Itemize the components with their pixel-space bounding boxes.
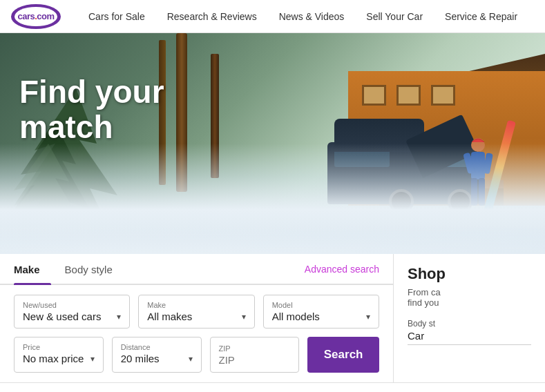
model-arrow-icon: ▾: [366, 312, 370, 322]
price-select[interactable]: Price No max price ▾: [14, 337, 104, 373]
new-used-select[interactable]: New/used New & used cars ▾: [14, 295, 130, 329]
shop-body-style-text: Car: [408, 330, 424, 342]
zip-input[interactable]: [219, 354, 291, 366]
shop-description-line1: From ca find you: [408, 287, 531, 308]
shop-body-style-value[interactable]: Car: [408, 330, 531, 345]
price-text: No max price: [23, 353, 84, 364]
logo-oval: cars.com: [11, 4, 61, 29]
logo-inner: cars.com: [15, 7, 57, 26]
snow-bump: [0, 185, 545, 254]
model-value: All models ▾: [272, 311, 370, 322]
distance-label: Distance: [121, 343, 193, 351]
model-select[interactable]: Model All models ▾: [263, 295, 379, 329]
shop-desc-line1: From ca: [408, 287, 441, 297]
tab-body-style[interactable]: Body style: [65, 254, 124, 284]
search-panel: Make Body style Advanced search New/used…: [0, 254, 545, 383]
distance-value: 20 miles ▾: [121, 353, 193, 364]
price-arrow-icon: ▾: [90, 354, 95, 364]
price-label: Price: [23, 343, 95, 351]
nav-item-sell-your-car[interactable]: Sell Your Car: [355, 0, 434, 32]
make-select[interactable]: Make All makes ▾: [138, 295, 254, 329]
hero-headline: Find your match: [19, 75, 164, 144]
logo-tld: com: [37, 11, 54, 21]
shop-title: Shop: [408, 265, 531, 283]
new-used-text: New & used cars: [23, 311, 101, 322]
form-row-1: New/used New & used cars ▾ Make All make…: [14, 295, 379, 329]
make-arrow-icon: ▾: [242, 312, 246, 322]
new-used-arrow-icon: ▾: [117, 312, 121, 322]
distance-arrow-icon: ▾: [189, 354, 193, 364]
new-used-value: New & used cars ▾: [23, 311, 121, 322]
make-text: All makes: [147, 311, 192, 322]
shop-body-style-label: Body st: [408, 319, 531, 329]
make-label: Make: [147, 301, 245, 309]
model-label: Model: [272, 301, 370, 309]
advanced-search-link[interactable]: Advanced search: [305, 264, 379, 275]
hero-headline-line1: Find your: [19, 75, 164, 110]
zip-label: ZIP: [219, 344, 291, 353]
distance-select[interactable]: Distance 20 miles ▾: [112, 337, 202, 373]
hero-banner: Find your match: [0, 33, 545, 254]
search-form: New/used New & used cars ▾ Make All make…: [0, 285, 393, 382]
zip-field[interactable]: ZIP: [210, 337, 300, 373]
new-used-label: New/used: [23, 301, 121, 309]
nav-item-research-reviews[interactable]: Research & Reviews: [156, 0, 268, 32]
hero-headline-line2: match: [19, 110, 164, 145]
form-row-2: Price No max price ▾ Distance 20 miles ▾: [14, 337, 379, 373]
nav-item-cars-for-sale[interactable]: Cars for Sale: [77, 0, 156, 32]
search-form-section: Make Body style Advanced search New/used…: [0, 254, 393, 382]
tabs-left: Make Body style: [14, 254, 137, 284]
nav-item-news-videos[interactable]: News & Videos: [268, 0, 356, 32]
make-value: All makes ▾: [147, 311, 245, 322]
search-tabs: Make Body style Advanced search: [0, 254, 393, 285]
distance-text: 20 miles: [121, 353, 160, 364]
shop-desc-line2: find you: [408, 297, 439, 308]
logo[interactable]: cars.com: [11, 4, 61, 29]
main-nav: Cars for Sale Research & Reviews News & …: [77, 0, 528, 32]
tab-make[interactable]: Make: [14, 254, 51, 284]
logo-text: cars.com: [17, 11, 54, 21]
nav-item-service-repair[interactable]: Service & Repair: [434, 0, 528, 32]
model-text: All models: [272, 311, 320, 322]
logo-cars: cars: [17, 11, 35, 21]
search-button[interactable]: Search: [307, 337, 379, 373]
price-value: No max price ▾: [23, 353, 95, 364]
shop-panel: Shop From ca find you Body st Car: [393, 254, 545, 382]
site-header: cars.com Cars for Sale Research & Review…: [0, 0, 545, 33]
